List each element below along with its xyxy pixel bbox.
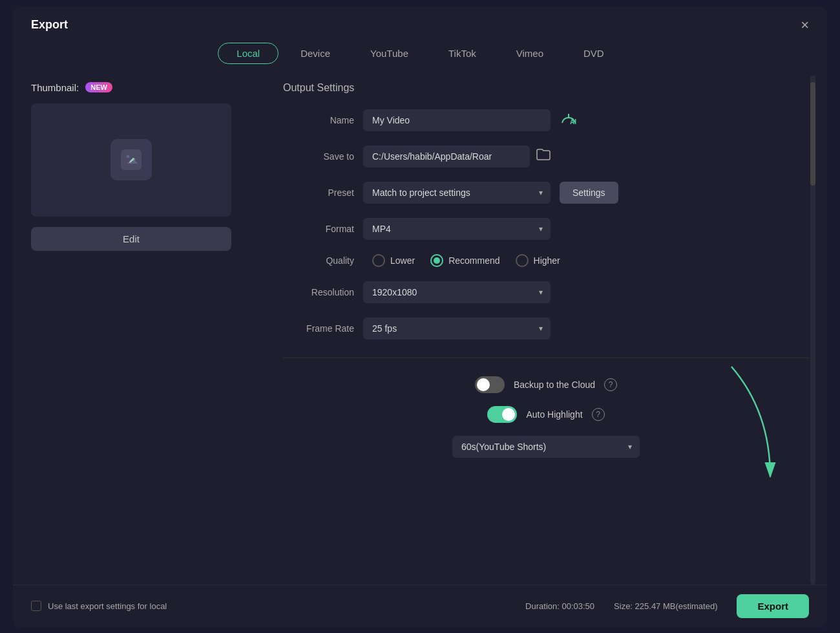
quality-higher-label: Higher — [534, 255, 560, 266]
save-to-row: Save to — [283, 145, 809, 167]
scrollbar-thumb[interactable] — [810, 82, 815, 186]
export-button[interactable]: Export — [737, 594, 809, 618]
use-last-settings: Use last export settings for local — [31, 601, 167, 611]
new-badge: NEW — [85, 82, 112, 92]
quality-recommend[interactable]: Recommend — [430, 254, 499, 267]
quality-lower-label: Lower — [390, 255, 415, 266]
format-select[interactable]: MP4 — [363, 218, 551, 240]
use-last-label: Use last export settings for local — [48, 601, 167, 611]
duration-label: Duration: 00:03:50 — [525, 601, 594, 611]
left-panel: Thumbnail: NEW Edit — [25, 76, 264, 585]
dialog-header: Export × — [13, 6, 827, 39]
main-area: Thumbnail: NEW Edit — [13, 76, 827, 585]
export-dialog: Export × Local Device YouTube TikTok Vim… — [13, 6, 827, 627]
divider — [283, 358, 809, 358]
ai-icon[interactable]: AI — [560, 111, 578, 129]
quality-options: Lower Recommend Higher — [372, 254, 560, 267]
auto-highlight-row: Auto Highlight ? — [283, 406, 809, 423]
quality-label: Quality — [283, 255, 354, 266]
preset-select-wrapper: Match to project settings ▾ — [363, 182, 551, 204]
resolution-select-wrapper: 1920x1080 ▾ — [363, 281, 551, 303]
shorts-select-inner: 60s(YouTube Shorts) ▾ — [452, 436, 640, 458]
right-panel: Output Settings Name AI Save to — [264, 76, 815, 585]
save-to-input[interactable] — [363, 145, 530, 167]
format-select-wrapper: MP4 ▾ — [363, 218, 551, 240]
thumbnail-label-row: Thumbnail: NEW — [31, 82, 251, 93]
tab-vimeo[interactable]: Vimeo — [498, 43, 562, 64]
quality-recommend-radio[interactable] — [430, 254, 443, 267]
name-label: Name — [283, 115, 354, 125]
dialog-title: Export — [31, 18, 68, 32]
auto-highlight-label: Auto Highlight — [526, 409, 582, 420]
output-settings-title: Output Settings — [283, 82, 809, 94]
auto-highlight-help-icon[interactable]: ? — [592, 408, 605, 421]
folder-icon[interactable] — [536, 149, 551, 164]
quality-lower-radio[interactable] — [372, 254, 385, 267]
settings-button[interactable]: Settings — [560, 182, 618, 204]
frame-rate-select[interactable]: 25 fps — [363, 317, 551, 339]
quality-higher-radio[interactable] — [516, 254, 529, 267]
bottom-bar: Use last export settings for local Durat… — [13, 585, 827, 627]
thumbnail-preview — [31, 103, 231, 217]
backup-cloud-help-icon[interactable]: ? — [604, 378, 617, 391]
preset-row: Preset Match to project settings ▾ Setti… — [283, 182, 809, 204]
use-last-checkbox[interactable] — [31, 601, 41, 611]
resolution-label: Resolution — [283, 287, 354, 297]
tabs-row: Local Device YouTube TikTok Vimeo DVD — [13, 39, 827, 76]
save-to-input-row — [363, 145, 551, 167]
format-row: Format MP4 ▾ — [283, 218, 809, 240]
frame-rate-row: Frame Rate 25 fps ▾ — [283, 317, 809, 339]
format-label: Format — [283, 224, 354, 234]
quality-higher[interactable]: Higher — [516, 254, 560, 267]
resolution-row: Resolution 1920x1080 ▾ — [283, 281, 809, 303]
quality-recommend-label: Recommend — [448, 255, 499, 266]
svg-point-1 — [127, 155, 130, 158]
backup-cloud-row: Backup to the Cloud ? — [283, 376, 809, 393]
svg-text:AI: AI — [570, 118, 576, 125]
resolution-select[interactable]: 1920x1080 — [363, 281, 551, 303]
tab-dvd[interactable]: DVD — [565, 43, 622, 64]
auto-highlight-toggle[interactable] — [487, 406, 517, 423]
edit-button[interactable]: Edit — [31, 227, 231, 251]
frame-rate-select-wrapper: 25 fps ▾ — [363, 317, 551, 339]
scrollbar-track — [810, 76, 815, 585]
thumb-icon — [110, 139, 152, 180]
size-label: Size: 225.47 MB(estimated) — [614, 601, 717, 611]
preset-label: Preset — [283, 188, 354, 198]
preset-select[interactable]: Match to project settings — [363, 182, 551, 204]
tab-youtube[interactable]: YouTube — [352, 43, 426, 64]
thumbnail-text: Thumbnail: — [31, 82, 79, 93]
tab-tiktok[interactable]: TikTok — [430, 43, 494, 64]
tab-device[interactable]: Device — [282, 43, 348, 64]
export-info: Duration: 00:03:50 Size: 225.47 MB(estim… — [525, 594, 809, 618]
quality-row: Quality Lower Recommend Higher — [283, 254, 809, 267]
close-button[interactable]: × — [801, 18, 809, 32]
save-to-label: Save to — [283, 151, 354, 162]
shorts-select-wrapper: 60s(YouTube Shorts) ▾ — [283, 436, 809, 458]
backup-cloud-label: Backup to the Cloud — [514, 380, 595, 390]
tab-local[interactable]: Local — [218, 43, 278, 64]
backup-cloud-toggle[interactable] — [475, 376, 505, 393]
shorts-select[interactable]: 60s(YouTube Shorts) — [452, 436, 640, 458]
name-input[interactable] — [363, 109, 551, 131]
name-row: Name AI — [283, 109, 809, 131]
frame-rate-label: Frame Rate — [283, 323, 354, 334]
quality-lower[interactable]: Lower — [372, 254, 415, 267]
